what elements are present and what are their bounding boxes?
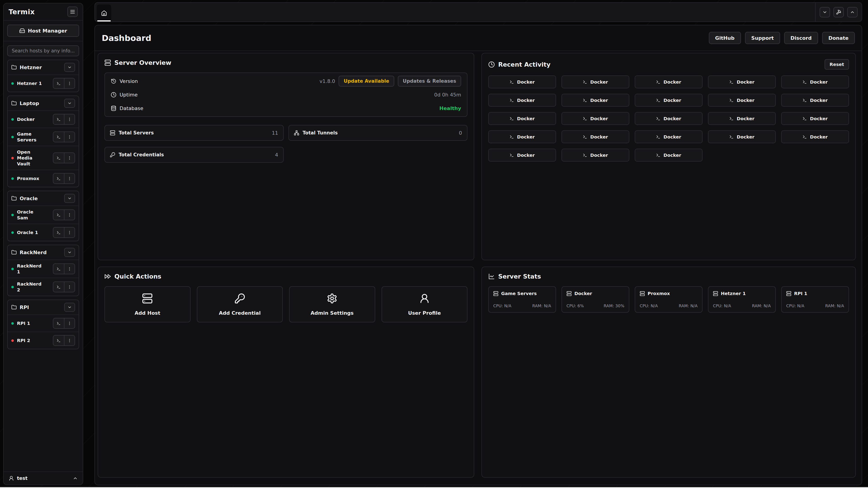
sidebar-host-list: Hetzner Hetzner 1 Laptop Docker [4,41,83,471]
host-row[interactable]: Hetzner 1 [8,74,79,92]
host-options-button[interactable] [64,282,74,292]
activity-item-button[interactable]: Docker [561,149,629,162]
activity-item-button[interactable]: Docker [708,112,776,125]
group-collapse-button[interactable] [64,248,75,257]
host-options-button[interactable] [64,78,74,88]
host-options-button[interactable] [64,264,74,274]
activity-item-button[interactable]: Docker [635,112,703,125]
host-options-button[interactable] [64,318,74,328]
quick-action-card[interactable]: User Profile [381,286,468,322]
collapse-up-button[interactable] [847,7,858,18]
activity-item-button[interactable]: Docker [708,130,776,143]
host-row[interactable]: Game Servers [8,128,79,146]
collapse-down-button[interactable] [819,7,830,18]
activity-item-button[interactable]: Docker [488,94,556,107]
activity-item-button[interactable]: Docker [635,149,703,162]
header-link-donate[interactable]: Donate [822,32,855,44]
host-options-button[interactable] [64,335,74,346]
activity-item-button[interactable]: Docker [561,112,629,125]
group-collapse-button[interactable] [64,99,75,108]
group-collapse-button[interactable] [64,194,75,203]
host-row[interactable]: Proxmox [8,170,79,187]
host-row[interactable]: Oracle 1 [8,224,79,241]
host-row[interactable]: RPI 2 [8,332,79,349]
kebab-menu-icon [67,285,72,289]
host-row[interactable]: Oracle Sam [8,205,79,224]
terminal-icon [656,98,660,103]
open-terminal-button[interactable] [53,153,64,163]
header-link-github[interactable]: GitHub [709,32,741,44]
activity-item-button[interactable]: Docker [708,75,776,88]
quick-action-card[interactable]: Admin Settings [289,286,375,322]
activity-item-button[interactable]: Docker [488,130,556,143]
search-input[interactable] [7,45,79,56]
activity-item-button[interactable]: Docker [635,94,703,107]
open-terminal-button[interactable] [53,228,64,237]
terminal-icon [583,135,587,139]
updates-releases-button[interactable]: Updates & Releases [398,76,461,87]
clock-icon [488,61,495,68]
host-options-button[interactable] [64,210,74,220]
activity-item-button[interactable]: Docker [561,130,629,143]
line-chart-icon [488,273,495,280]
header-link-discord[interactable]: Discord [784,32,818,44]
hard-drive-icon [19,28,25,34]
group-collapse-button[interactable] [64,303,75,312]
group-collapse-button[interactable] [64,63,75,72]
activity-item-button[interactable]: Docker [781,112,849,125]
key-icon [235,293,245,304]
main-content: Dashboard GitHubSupportDiscordDonate Ser… [94,25,862,485]
activity-item-button[interactable]: Docker [781,130,849,143]
quick-actions-header: Quick Actions [104,273,467,280]
open-terminal-button[interactable] [53,318,64,328]
header-link-support[interactable]: Support [745,32,780,44]
activity-item-button[interactable]: Docker [488,149,556,162]
sidebar-menu-button[interactable] [67,6,78,17]
host-options-button[interactable] [64,153,74,163]
server-stat-card: Game Servers CPU: N/A RAM: N/A [488,286,556,313]
reset-button[interactable]: Reset [825,59,849,70]
activity-item-button[interactable]: Docker [781,94,849,107]
host-row[interactable]: Open Media Vault [8,146,79,170]
activity-grid: Docker Docker Docker Docker Docker Docke… [488,75,849,162]
open-terminal-button[interactable] [53,114,64,124]
activity-item-button[interactable]: Docker [781,75,849,88]
activity-item-button[interactable]: Docker [488,112,556,125]
host-row[interactable]: RPI 1 [8,315,79,332]
host-options-button[interactable] [64,173,74,184]
activity-item-button[interactable]: Docker [561,94,629,107]
host-options-button[interactable] [64,114,74,124]
open-terminal-button[interactable] [53,78,64,88]
tab-home[interactable] [97,4,111,22]
open-terminal-button[interactable] [53,132,64,142]
key-icon [110,152,115,158]
open-terminal-button[interactable] [53,335,64,346]
host-row[interactable]: RackNerd 1 [8,260,79,278]
terminal-icon [802,80,807,84]
quick-action-card[interactable]: Add Credential [197,286,283,322]
open-terminal-button[interactable] [53,264,64,274]
terminal-icon [57,117,61,122]
host-options-button[interactable] [64,228,74,237]
open-terminal-button[interactable] [53,210,64,220]
activity-item-button[interactable]: Docker [708,94,776,107]
uptime-value: 0d 0h 45m [434,92,461,98]
tools-button[interactable] [833,7,844,18]
server-stats-grid: Game Servers CPU: N/A RAM: N/A Docker CP… [488,286,849,313]
user-menu[interactable]: test [4,471,83,485]
quick-action-card[interactable]: Add Host [104,286,191,322]
update-available-button[interactable]: Update Available [339,76,394,87]
activity-item-button[interactable]: Docker [635,130,703,143]
host-manager-button[interactable]: Host Manager [7,25,79,37]
activity-item-button[interactable]: Docker [561,75,629,88]
database-status: Healthy [439,105,461,111]
activity-item-button[interactable]: Docker [488,75,556,88]
server-stat-card: Docker CPU: 6% RAM: 30% [561,286,629,313]
open-terminal-button[interactable] [53,173,64,184]
activity-item-button[interactable]: Docker [635,75,703,88]
quick-action-label: Add Credential [219,310,260,316]
host-options-button[interactable] [64,132,74,142]
host-row[interactable]: Docker [8,110,79,128]
open-terminal-button[interactable] [53,282,64,292]
host-row[interactable]: RackNerd 2 [8,278,79,296]
